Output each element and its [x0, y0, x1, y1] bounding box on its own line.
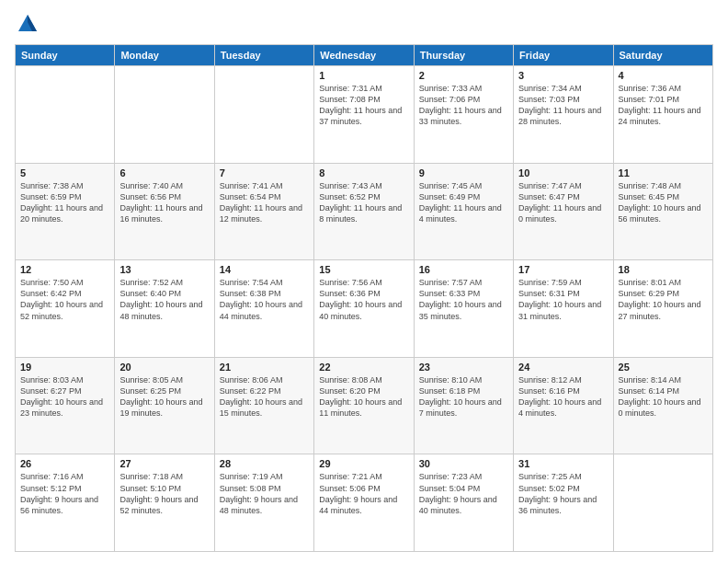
day-info: Sunrise: 7:16 AM Sunset: 5:12 PM Dayligh…: [20, 471, 109, 516]
day-number: 28: [220, 458, 309, 469]
day-cell: 3Sunrise: 7:34 AM Sunset: 7:03 PM Daylig…: [514, 66, 613, 164]
day-number: 2: [419, 70, 508, 81]
day-info: Sunrise: 7:34 AM Sunset: 7:03 PM Dayligh…: [518, 83, 608, 128]
week-row-5: 26Sunrise: 7:16 AM Sunset: 5:12 PM Dayli…: [16, 454, 713, 552]
day-info: Sunrise: 7:18 AM Sunset: 5:10 PM Dayligh…: [119, 471, 209, 516]
day-info: Sunrise: 7:36 AM Sunset: 7:01 PM Dayligh…: [619, 83, 708, 128]
day-number: 22: [319, 362, 408, 373]
day-info: Sunrise: 7:33 AM Sunset: 7:06 PM Dayligh…: [419, 83, 508, 128]
weekday-header-row: SundayMondayTuesdayWednesdayThursdayFrid…: [16, 45, 713, 66]
day-number: 8: [319, 167, 408, 178]
day-cell: 8Sunrise: 7:43 AM Sunset: 6:52 PM Daylig…: [314, 163, 414, 260]
day-cell: 20Sunrise: 8:05 AM Sunset: 6:25 PM Dayli…: [115, 357, 214, 454]
day-info: Sunrise: 8:01 AM Sunset: 6:29 PM Dayligh…: [619, 277, 708, 322]
day-number: 11: [619, 167, 708, 178]
weekday-wednesday: Wednesday: [314, 45, 414, 66]
day-info: Sunrise: 7:25 AM Sunset: 5:02 PM Dayligh…: [518, 471, 608, 516]
day-number: 5: [20, 167, 109, 178]
day-info: Sunrise: 8:08 AM Sunset: 6:20 PM Dayligh…: [319, 374, 408, 419]
day-cell: [16, 66, 115, 164]
day-number: 29: [319, 458, 408, 469]
day-cell: 16Sunrise: 7:57 AM Sunset: 6:33 PM Dayli…: [414, 260, 513, 358]
day-info: Sunrise: 7:48 AM Sunset: 6:45 PM Dayligh…: [619, 180, 708, 225]
logo-icon: [15, 11, 40, 37]
day-number: 14: [220, 264, 309, 275]
day-info: Sunrise: 7:56 AM Sunset: 6:36 PM Dayligh…: [319, 277, 408, 322]
day-number: 15: [319, 264, 408, 275]
day-cell: [214, 66, 313, 164]
day-cell: 26Sunrise: 7:16 AM Sunset: 5:12 PM Dayli…: [16, 454, 115, 552]
day-info: Sunrise: 7:50 AM Sunset: 6:42 PM Dayligh…: [20, 277, 109, 322]
day-number: 31: [518, 458, 608, 469]
day-cell: 29Sunrise: 7:21 AM Sunset: 5:06 PM Dayli…: [314, 454, 414, 552]
day-number: 3: [518, 70, 608, 81]
day-number: 7: [220, 167, 309, 178]
day-cell: 18Sunrise: 8:01 AM Sunset: 6:29 PM Dayli…: [613, 260, 712, 358]
day-info: Sunrise: 7:40 AM Sunset: 6:56 PM Dayligh…: [119, 180, 209, 225]
day-info: Sunrise: 7:54 AM Sunset: 6:38 PM Dayligh…: [220, 277, 309, 322]
day-cell: 25Sunrise: 8:14 AM Sunset: 6:14 PM Dayli…: [613, 357, 712, 454]
week-row-4: 19Sunrise: 8:03 AM Sunset: 6:27 PM Dayli…: [16, 357, 713, 454]
day-info: Sunrise: 7:47 AM Sunset: 6:47 PM Dayligh…: [518, 180, 608, 225]
day-cell: 22Sunrise: 8:08 AM Sunset: 6:20 PM Dayli…: [314, 357, 414, 454]
day-cell: 28Sunrise: 7:19 AM Sunset: 5:08 PM Dayli…: [214, 454, 313, 552]
day-info: Sunrise: 7:21 AM Sunset: 5:06 PM Dayligh…: [319, 471, 408, 516]
day-number: 23: [419, 362, 508, 373]
day-info: Sunrise: 8:05 AM Sunset: 6:25 PM Dayligh…: [119, 374, 209, 419]
day-info: Sunrise: 8:14 AM Sunset: 6:14 PM Dayligh…: [619, 374, 708, 419]
day-info: Sunrise: 8:10 AM Sunset: 6:18 PM Dayligh…: [419, 374, 508, 419]
day-cell: 10Sunrise: 7:47 AM Sunset: 6:47 PM Dayli…: [514, 163, 613, 260]
week-row-3: 12Sunrise: 7:50 AM Sunset: 6:42 PM Dayli…: [16, 260, 713, 358]
header: [15, 11, 713, 37]
day-cell: 1Sunrise: 7:31 AM Sunset: 7:08 PM Daylig…: [314, 66, 414, 164]
day-number: 30: [419, 458, 508, 469]
week-row-1: 1Sunrise: 7:31 AM Sunset: 7:08 PM Daylig…: [16, 66, 713, 164]
weekday-saturday: Saturday: [613, 45, 712, 66]
day-info: Sunrise: 7:23 AM Sunset: 5:04 PM Dayligh…: [419, 471, 508, 516]
day-number: 24: [518, 362, 608, 373]
day-info: Sunrise: 7:31 AM Sunset: 7:08 PM Dayligh…: [319, 83, 408, 128]
day-cell: 4Sunrise: 7:36 AM Sunset: 7:01 PM Daylig…: [613, 66, 712, 164]
day-cell: 17Sunrise: 7:59 AM Sunset: 6:31 PM Dayli…: [514, 260, 613, 358]
page: SundayMondayTuesdayWednesdayThursdayFrid…: [0, 0, 728, 563]
weekday-tuesday: Tuesday: [214, 45, 313, 66]
day-cell: 24Sunrise: 8:12 AM Sunset: 6:16 PM Dayli…: [514, 357, 613, 454]
weekday-sunday: Sunday: [16, 45, 115, 66]
day-cell: [115, 66, 214, 164]
day-cell: 27Sunrise: 7:18 AM Sunset: 5:10 PM Dayli…: [115, 454, 214, 552]
weekday-monday: Monday: [115, 45, 214, 66]
day-cell: 13Sunrise: 7:52 AM Sunset: 6:40 PM Dayli…: [115, 260, 214, 358]
day-cell: 21Sunrise: 8:06 AM Sunset: 6:22 PM Dayli…: [214, 357, 313, 454]
day-number: 12: [20, 264, 109, 275]
day-cell: 12Sunrise: 7:50 AM Sunset: 6:42 PM Dayli…: [16, 260, 115, 358]
day-number: 26: [20, 458, 109, 469]
day-number: 20: [119, 362, 209, 373]
day-info: Sunrise: 8:12 AM Sunset: 6:16 PM Dayligh…: [518, 374, 608, 419]
day-cell: 31Sunrise: 7:25 AM Sunset: 5:02 PM Dayli…: [514, 454, 613, 552]
day-number: 1: [319, 70, 408, 81]
day-cell: 23Sunrise: 8:10 AM Sunset: 6:18 PM Dayli…: [414, 357, 513, 454]
day-info: Sunrise: 8:06 AM Sunset: 6:22 PM Dayligh…: [220, 374, 309, 419]
day-number: 27: [119, 458, 209, 469]
day-info: Sunrise: 7:38 AM Sunset: 6:59 PM Dayligh…: [20, 180, 109, 225]
day-number: 21: [220, 362, 309, 373]
day-cell: 6Sunrise: 7:40 AM Sunset: 6:56 PM Daylig…: [115, 163, 214, 260]
day-number: 18: [619, 264, 708, 275]
day-cell: [613, 454, 712, 552]
day-info: Sunrise: 7:41 AM Sunset: 6:54 PM Dayligh…: [220, 180, 309, 225]
day-number: 19: [20, 362, 109, 373]
day-number: 16: [419, 264, 508, 275]
day-number: 10: [518, 167, 608, 178]
day-number: 6: [119, 167, 209, 178]
weekday-thursday: Thursday: [414, 45, 513, 66]
day-info: Sunrise: 7:43 AM Sunset: 6:52 PM Dayligh…: [319, 180, 408, 225]
day-cell: 11Sunrise: 7:48 AM Sunset: 6:45 PM Dayli…: [613, 163, 712, 260]
day-cell: 2Sunrise: 7:33 AM Sunset: 7:06 PM Daylig…: [414, 66, 513, 164]
calendar-table: SundayMondayTuesdayWednesdayThursdayFrid…: [15, 44, 713, 552]
day-number: 9: [419, 167, 508, 178]
day-number: 25: [619, 362, 708, 373]
day-cell: 7Sunrise: 7:41 AM Sunset: 6:54 PM Daylig…: [214, 163, 313, 260]
weekday-friday: Friday: [514, 45, 613, 66]
day-info: Sunrise: 7:57 AM Sunset: 6:33 PM Dayligh…: [419, 277, 508, 322]
day-info: Sunrise: 7:45 AM Sunset: 6:49 PM Dayligh…: [419, 180, 508, 225]
